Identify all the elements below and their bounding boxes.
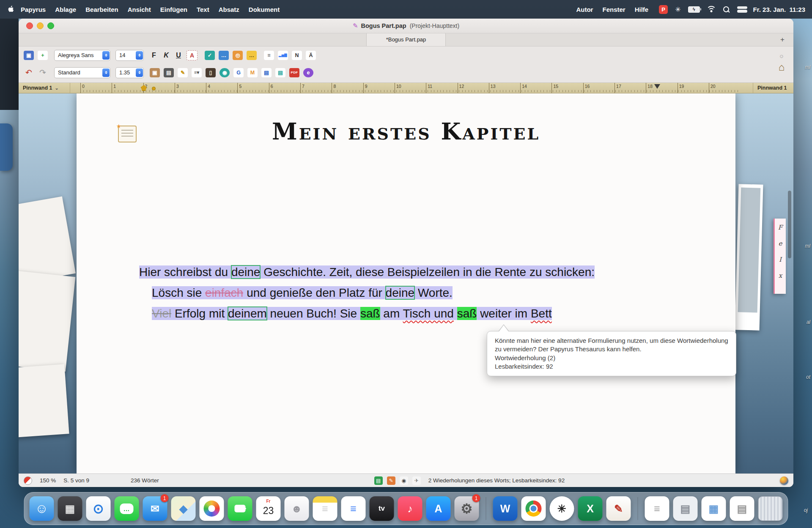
minimize-button[interactable] <box>37 22 44 29</box>
undo-icon[interactable]: ↶ <box>23 67 35 78</box>
music-icon[interactable]: ♪ <box>398 496 422 521</box>
spellcheck-underline[interactable]: Tisch und <box>403 307 454 320</box>
reminders-icon[interactable]: ≡ <box>341 496 366 521</box>
ruler[interactable]: Pinnwand 1 ⌄ 012345678910111213141516171… <box>19 83 793 93</box>
spellcheck-underline[interactable]: Bett <box>531 307 552 320</box>
italic-button[interactable]: K <box>161 50 171 61</box>
door-icon[interactable]: ▯ <box>205 67 217 78</box>
document-icon-2[interactable]: ▤ <box>730 496 754 521</box>
text-line[interactable]: Viel Erfolg mit deinem neuen Buch! Sie s… <box>139 303 727 324</box>
font-select[interactable]: Alegreya Sans <box>54 50 110 61</box>
text-line[interactable]: Lösch sie einfach und genieße den Platz … <box>139 282 727 303</box>
menu-item[interactable]: Autor <box>571 6 598 13</box>
wifi-icon[interactable] <box>707 6 716 13</box>
pinboard-select[interactable]: Pinnwand 1 ⌄ <box>19 83 70 93</box>
document-page[interactable]: ★ Mein erstes Kapitel Hier schreibst du … <box>77 93 735 473</box>
correction-ball-icon[interactable] <box>24 476 32 485</box>
deleted-word[interactable]: Viel <box>152 307 171 320</box>
chart-icon[interactable]: ▂▅▇ <box>277 50 289 61</box>
text-line[interactable]: Hier schreibst du deine Geschichte. Zeit… <box>139 262 727 282</box>
grammar-icon[interactable]: G <box>233 67 244 78</box>
pinboard-icon[interactable]: ▣ <box>149 67 161 78</box>
word-count[interactable]: 236 Wörter <box>131 477 159 484</box>
zoom-button[interactable] <box>47 22 54 29</box>
menu-item[interactable]: Bearbeiten <box>81 6 123 13</box>
notes-icon[interactable]: N <box>291 50 303 61</box>
report-icon[interactable]: ▤ <box>374 476 383 485</box>
text-run[interactable]: und genieße den Platz für <box>243 286 385 299</box>
facetime-icon[interactable] <box>228 496 252 521</box>
deleted-word[interactable]: einfach <box>205 286 243 299</box>
bold-button[interactable]: F <box>149 50 159 61</box>
text-run[interactable] <box>454 307 457 320</box>
text-run[interactable]: Lösch sie <box>152 286 205 299</box>
zoom-level[interactable]: 150 % <box>40 477 56 484</box>
text-search-icon[interactable]: ◎ <box>232 50 244 61</box>
tv-icon[interactable]: tv <box>370 496 394 521</box>
settings-icon[interactable]: ⚙ 1 <box>455 496 479 521</box>
jump-marker-icon[interactable]: M <box>247 67 258 78</box>
right-indent-marker[interactable] <box>654 84 660 92</box>
text-run[interactable]: weiter im <box>477 307 531 320</box>
chrome-icon[interactable] <box>521 496 546 521</box>
database-search-icon[interactable]: ▤ <box>274 67 286 78</box>
underline-button[interactable]: U <box>173 50 184 61</box>
gold-pen-icon[interactable]: ✎ <box>177 67 189 78</box>
brightness-icon[interactable]: ☼ <box>776 50 787 61</box>
battery-icon[interactable]: ϟ <box>688 6 700 13</box>
safari-icon[interactable]: ⊙ <box>86 496 111 521</box>
documents-stack-icon[interactable]: ▤ <box>673 496 698 521</box>
menu-clock[interactable]: Fr. 23. Jan. 11:23 <box>753 6 805 13</box>
menu-item[interactable]: Einfügen <box>156 6 192 13</box>
photos-icon[interactable] <box>200 496 224 521</box>
paragraph-style-select[interactable]: Standard <box>54 67 110 78</box>
text-run[interactable]: Erfolg mit <box>171 307 228 320</box>
eye-icon[interactable]: ◉ <box>400 476 408 485</box>
map-pin-icon[interactable]: ◉ <box>219 67 230 78</box>
chapter-title[interactable]: Mein erstes Kapitel <box>77 93 735 145</box>
mail-icon[interactable]: ✉ 1 <box>143 496 167 521</box>
pdf-export-icon[interactable]: PDF <box>288 67 300 78</box>
database-icon[interactable]: ▤ <box>261 67 272 78</box>
document-icon[interactable]: ≡ <box>645 496 669 521</box>
finder-icon[interactable]: ☺ <box>30 496 54 521</box>
send-icon[interactable]: ✈ <box>412 476 421 485</box>
text-run[interactable]: Worte. <box>414 286 453 299</box>
menu-item[interactable]: Text <box>192 6 214 13</box>
appstore-icon[interactable]: A <box>426 496 451 521</box>
calendar-icon[interactable]: Fr 23 <box>256 496 281 521</box>
apple-menu[interactable] <box>8 5 15 14</box>
word-repetition-highlight[interactable]: saß <box>457 307 477 320</box>
control-center-icon[interactable] <box>737 6 747 13</box>
redo-icon[interactable]: ↷ <box>37 67 49 78</box>
comment-icon[interactable]: … <box>246 50 258 61</box>
font-size-select[interactable]: 14 <box>115 50 144 61</box>
line-style-icon[interactable]: ≡▾ <box>191 67 203 78</box>
repeated-word-box[interactable]: deinem <box>228 307 267 320</box>
contacts-icon[interactable]: ☻ <box>285 496 309 521</box>
text-run[interactable]: Hier schreibst du <box>139 265 231 279</box>
downloads-stack-icon[interactable]: ▦ <box>702 496 726 521</box>
launchpad-icon[interactable]: ▦ <box>58 496 82 521</box>
epub-icon[interactable]: e <box>302 67 314 78</box>
chatgpt-menu-icon[interactable]: ✳ <box>675 5 680 14</box>
text-run[interactable]: Geschichte. Zeit, diese Beispielzeilen i… <box>260 265 595 279</box>
sticky-note[interactable]: FeIx <box>774 219 786 294</box>
menu-item[interactable]: Absatz <box>214 6 244 13</box>
papyrus-icon[interactable]: ✎ <box>606 496 631 521</box>
messages-icon[interactable]: … <box>115 496 139 521</box>
pinboard-area[interactable]: ★ Mein erstes Kapitel Hier schreibst du … <box>19 93 793 473</box>
excel-icon[interactable]: X <box>578 496 603 521</box>
vertical-scrollbar[interactable] <box>788 191 791 258</box>
papyrus-ball-icon[interactable] <box>780 476 788 485</box>
first-line-marker[interactable] <box>152 87 156 90</box>
paragraph[interactable]: Hier schreibst du deine Geschichte. Zeit… <box>139 262 727 324</box>
new-document-icon[interactable]: + <box>37 50 49 61</box>
app-menu[interactable]: Papyrus <box>15 6 50 13</box>
papyrus-menu-icon[interactable]: P <box>659 5 668 14</box>
home-icon[interactable]: ⌂ <box>776 62 787 73</box>
menu-item[interactable]: Fenster <box>598 6 630 13</box>
page-indicator[interactable]: S. 5 von 9 <box>63 477 89 484</box>
text-run[interactable]: am <box>380 307 403 320</box>
toc-icon[interactable]: ≡ <box>263 50 275 61</box>
